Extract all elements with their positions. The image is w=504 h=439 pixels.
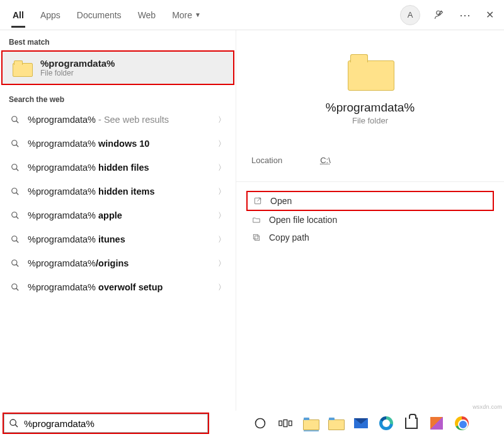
avatar[interactable]: A (400, 5, 420, 25)
top-right-controls: A ⋯ ✕ (400, 5, 494, 25)
top-bar: All Apps Documents Web More ▼ A ⋯ ✕ (0, 0, 504, 30)
ellipsis-icon[interactable]: ⋯ (459, 8, 472, 22)
chevron-right-icon: 〉 (218, 186, 226, 197)
web-result-6[interactable]: %programdata%/origins 〉 (0, 251, 236, 275)
search-icon (9, 418, 19, 428)
svg-line-16 (16, 288, 19, 291)
web-result-hint: - See web results (96, 115, 169, 125)
svg-rect-19 (253, 234, 258, 239)
web-result-query: %programdata% (28, 186, 96, 197)
web-result-text: %programdata% overwolf setup (28, 282, 210, 292)
web-result-suffix: itunes (96, 234, 125, 244)
file-explorer-icon[interactable] (303, 416, 318, 431)
svg-point-20 (10, 419, 16, 425)
svg-point-15 (12, 284, 17, 289)
svg-line-21 (15, 425, 18, 427)
web-result-query: %programdata% (28, 234, 96, 244)
preview-meta: Location C:\ (236, 125, 504, 182)
search-icon (10, 283, 20, 292)
close-icon[interactable]: ✕ (486, 9, 494, 21)
svg-point-3 (12, 140, 17, 145)
web-result-7[interactable]: %programdata% overwolf setup 〉 (0, 275, 236, 299)
chevron-right-icon: 〉 (218, 210, 226, 221)
web-result-text: %programdata% itunes (28, 234, 210, 244)
svg-rect-23 (279, 421, 282, 425)
svg-line-14 (16, 265, 19, 267)
action-open[interactable]: Open (246, 191, 494, 211)
svg-point-1 (12, 117, 17, 122)
svg-point-5 (12, 164, 17, 169)
action-copy-path-label: Copy path (269, 232, 309, 242)
chevron-right-icon: 〉 (218, 234, 226, 245)
web-result-0[interactable]: %programdata% - See web results 〉 (0, 108, 236, 132)
tab-web[interactable]: Web (137, 3, 158, 28)
tab-more-label: More (172, 10, 192, 20)
web-result-4[interactable]: %programdata% apple 〉 (0, 203, 236, 227)
web-result-3[interactable]: %programdata% hidden items 〉 (0, 180, 236, 203)
file-explorer-icon-2[interactable] (328, 416, 343, 431)
task-view-icon[interactable] (278, 416, 293, 431)
svg-line-10 (16, 217, 19, 219)
svg-rect-24 (284, 420, 287, 427)
chevron-down-icon: ▼ (195, 11, 201, 18)
tab-more[interactable]: More ▼ (171, 3, 202, 28)
watermark: wsxdn.com (472, 404, 502, 410)
web-result-text: %programdata% windows 10 (28, 139, 210, 149)
svg-line-2 (16, 121, 19, 123)
tab-documents[interactable]: Documents (76, 3, 123, 28)
web-result-text: %programdata% hidden items (28, 186, 210, 197)
feedback-icon[interactable] (434, 9, 445, 21)
location-label: Location (251, 156, 282, 165)
web-result-query: %programdata% (28, 162, 96, 173)
svg-line-8 (16, 193, 19, 195)
main-panes: Best match %programdata% File folder Sea… (0, 30, 504, 411)
best-match-item[interactable]: %programdata% File folder (1, 50, 234, 85)
web-result-1[interactable]: %programdata% windows 10 〉 (0, 132, 236, 156)
preview-actions: Open Open file location Copy path (236, 182, 504, 255)
web-result-text: %programdata% hidden files (28, 162, 210, 173)
chevron-right-icon: 〉 (218, 139, 226, 149)
tab-all[interactable]: All (11, 3, 25, 28)
search-icon (10, 139, 20, 148)
web-result-suffix: hidden items (96, 186, 154, 197)
search-input[interactable] (24, 418, 203, 429)
store-icon[interactable] (404, 416, 419, 431)
folder-icon-large (348, 54, 393, 89)
best-match-label: Best match (0, 30, 236, 50)
best-match-text: %programdata% File folder (40, 58, 115, 77)
search-web-label: Search the web (0, 88, 236, 108)
svg-point-9 (12, 212, 17, 217)
chevron-right-icon: 〉 (218, 258, 226, 269)
chrome-icon[interactable] (454, 416, 469, 431)
cortana-icon[interactable] (253, 416, 268, 431)
svg-rect-25 (289, 421, 292, 425)
action-open-label: Open (270, 196, 292, 206)
web-result-5[interactable]: %programdata% itunes 〉 (0, 227, 236, 251)
search-icon (10, 163, 20, 172)
search-icon (10, 115, 20, 124)
chevron-right-icon: 〉 (218, 115, 226, 125)
powertoys-icon[interactable] (429, 416, 444, 431)
folder-open-icon (251, 215, 261, 224)
results-pane: Best match %programdata% File folder Sea… (0, 30, 236, 411)
search-icon (10, 259, 20, 268)
svg-point-13 (12, 260, 17, 265)
edge-icon[interactable] (379, 416, 394, 431)
web-result-query: %programdata% (28, 115, 96, 125)
taskbar (249, 411, 501, 436)
open-icon (253, 197, 263, 205)
svg-rect-18 (255, 236, 260, 241)
svg-point-7 (12, 188, 17, 193)
web-result-text: %programdata% - See web results (28, 115, 210, 125)
preview-header: %programdata% File folder (236, 30, 504, 125)
action-open-file-location[interactable]: Open file location (246, 211, 494, 229)
svg-point-22 (256, 419, 265, 428)
search-box[interactable] (3, 413, 209, 434)
svg-line-6 (16, 169, 19, 171)
action-copy-path[interactable]: Copy path (246, 229, 494, 246)
tab-apps[interactable]: Apps (39, 3, 62, 28)
mail-icon[interactable] (353, 416, 369, 431)
location-value[interactable]: C:\ (320, 156, 331, 165)
web-result-2[interactable]: %programdata% hidden files 〉 (0, 156, 236, 180)
svg-line-12 (16, 241, 19, 243)
